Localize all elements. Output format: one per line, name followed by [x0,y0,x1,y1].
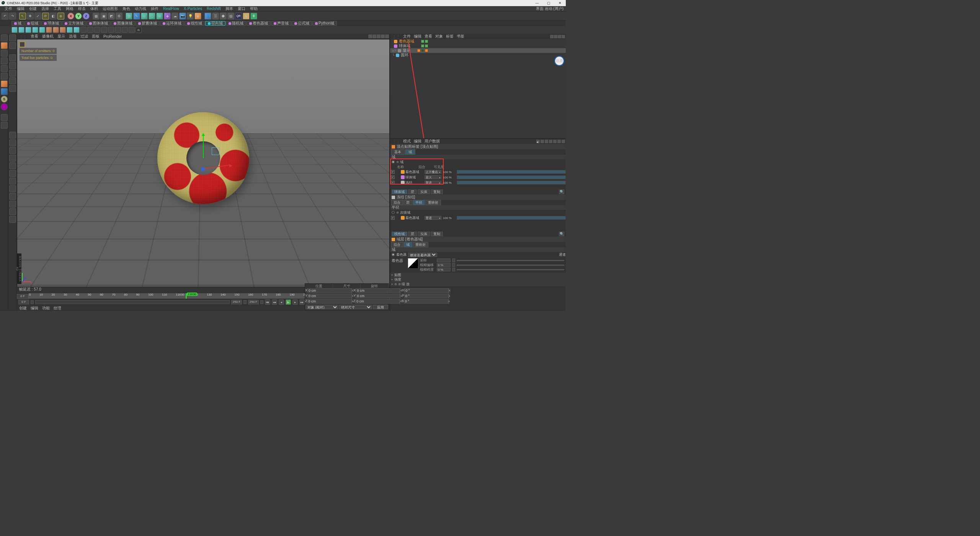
attrmenu-模式[interactable]: 模式 [403,139,411,144]
matmenu-编辑[interactable]: 编辑 [31,306,38,311]
tool-icon[interactable] [9,178,16,185]
menu-RealFlow[interactable]: RealFlow [161,7,181,11]
undo-button[interactable]: ↶ [2,13,8,20]
prev-frame-icon[interactable]: ◂ [279,299,284,305]
matmenu-创建[interactable]: 创建 [19,306,27,311]
apply-button[interactable]: 应用 [373,305,388,309]
tool-icon[interactable] [9,77,16,84]
layerbtn-实体[interactable]: 实体 [418,232,430,236]
tool-icon[interactable] [9,185,16,192]
tri-scale[interactable]: ⊙ ⊙ 缩 放 [390,282,566,286]
tool-icon[interactable] [32,27,38,33]
menu-运动图形[interactable]: 运动图形 [100,6,120,11]
shader-dropdown[interactable]: 燃波及着色器 [408,253,437,257]
move-tool-icon[interactable]: ✥ [27,13,34,20]
next-frame-icon[interactable]: ▸ [292,299,298,305]
spinner[interactable] [452,263,455,267]
layerbtn-复制[interactable]: 复制 [431,190,443,194]
palette-径向城[interactable]: 径向城 [205,21,225,26]
layerbtn-层[interactable]: 层 [408,190,417,194]
fields-icon[interactable]: ◉ [194,13,201,20]
next-key-icon[interactable]: ▸▸ [299,299,305,305]
search-icon[interactable]: 🔍 [559,190,564,194]
menu-脚本[interactable]: 脚本 [223,6,235,11]
menu-插件[interactable]: 插件 [149,6,161,11]
layout-dropdown[interactable]: 界面 画动 (周户) [534,6,566,11]
palette-运环体城[interactable]: 运环体城 [160,21,184,26]
vpmenu-ProRender[interactable]: ProRender [103,34,122,39]
menu-Redshift[interactable]: Redshift [204,7,223,11]
tool-icon[interactable] [9,193,16,200]
pos-X[interactable] [307,288,352,293]
mode-toolbar-2[interactable] [8,34,17,311]
mograph-effector-icon[interactable]: ☰ [212,13,219,20]
tool-icon[interactable] [60,27,66,33]
cursor-icon[interactable] [9,34,16,41]
prop-slider[interactable] [457,265,564,266]
tool-icon[interactable] [25,27,31,33]
menu-创建[interactable]: 创建 [27,6,39,11]
field-row[interactable]: ✓着色器域正片叠底100 % [390,169,566,175]
palette-胶囊体城[interactable]: 胶囊体城 [136,21,160,26]
rot-P[interactable] [404,294,449,298]
layerbtn-线性域[interactable]: 线性域 [392,232,407,236]
minimize-button[interactable]: — [531,0,543,6]
size-mode-dropdown[interactable]: 绝对尺寸 [339,305,372,309]
object-row[interactable]: 球体域 [390,44,566,48]
attrmenu-用户数据[interactable]: 用户数据 [425,139,440,144]
objmenu-查看[interactable]: 查看 [425,34,432,39]
tri-strength[interactable]: 强度 [390,277,566,282]
tool-icon[interactable] [129,27,135,33]
main-toolbar[interactable]: ↶ ↷ ↖ ✥ ⤢ ⟳ ◧ ⊕ X Y Z ▦ ▣ ◩ ⚙ ▧ ✎ ◎ ◫ ⊞ … [0,11,566,21]
point-mode-icon[interactable] [1,57,8,64]
tool-icon[interactable] [9,201,16,208]
rot-H[interactable] [404,288,449,293]
tool-icon[interactable] [46,27,52,33]
objmenu-书签[interactable]: 书签 [457,34,464,39]
field-row[interactable]: ✓球体域最大100 % [390,175,566,180]
tool-icon[interactable] [122,27,128,33]
menu-帮助[interactable]: 帮助 [248,6,260,11]
prop-value[interactable]: 0 % [437,263,451,267]
tool-icon[interactable] [94,27,100,33]
size-Y[interactable] [356,294,400,298]
objmenu-标签[interactable]: 标签 [446,34,454,39]
tool-icon[interactable] [11,27,18,33]
vpmenu-查看[interactable]: 查看 [31,34,38,39]
field-palette[interactable]: 城组城球体城立方体城图体体城图像体城胶囊体城运环体城线性城径向城随机城着色器城声… [0,21,566,26]
object-row[interactable]: └圆环 [390,53,566,57]
render-region-icon[interactable]: ▣ [100,13,107,20]
nav-back-icon[interactable]: ◂ [536,140,540,143]
menu-X-Particles[interactable]: X-Particles [181,7,204,11]
edge-mode-icon[interactable] [1,65,8,72]
tool-icon[interactable] [53,27,59,33]
tool-icon[interactable] [80,27,87,33]
search-icon[interactable]: 🔍 [559,232,564,236]
end-frame-field[interactable]: 250 F [231,300,242,304]
x-axis-toggle[interactable]: X [67,13,74,20]
viewport[interactable]: Number of emitters: 0 Total live particl… [17,39,390,287]
rot-B[interactable] [404,299,448,304]
tool-icon[interactable] [9,155,16,162]
size-X[interactable] [356,288,400,293]
object-manager-menu[interactable]: ⋮⋮文件编辑查看对象标签书签 [390,34,566,39]
tool-icon[interactable] [9,85,16,92]
palette-城[interactable]: 城 [11,21,24,26]
palette-Python城[interactable]: Python城 [312,21,337,26]
vpmenu-选项[interactable]: 选项 [69,34,77,39]
opacity-slider[interactable] [457,175,566,179]
subtab-层[interactable]: 层 [403,200,412,205]
frame-spinner[interactable] [260,300,263,304]
vpmenu-显示[interactable]: 显示 [57,34,65,39]
opacity-slider[interactable] [457,170,566,174]
coord-mode-dropdown[interactable]: 对象 (相对) [305,305,338,309]
attrmenu-编辑[interactable]: 编辑 [414,139,421,144]
subtab-域[interactable]: 域 [403,242,412,247]
coordinate-manager[interactable]: 位置尺寸旋转X‹X‹H‹Y‹Y‹P‹Z‹Z‹B‹对象 (相对)绝对尺寸应用 [305,283,389,310]
checkbox[interactable]: ✓ [391,170,395,174]
locked-icon[interactable]: ⊕ [57,13,64,20]
shader-swatch[interactable] [408,258,418,269]
tool-icon[interactable] [9,147,16,154]
tool-icon[interactable] [9,216,16,223]
opacity-slider[interactable] [457,216,566,220]
